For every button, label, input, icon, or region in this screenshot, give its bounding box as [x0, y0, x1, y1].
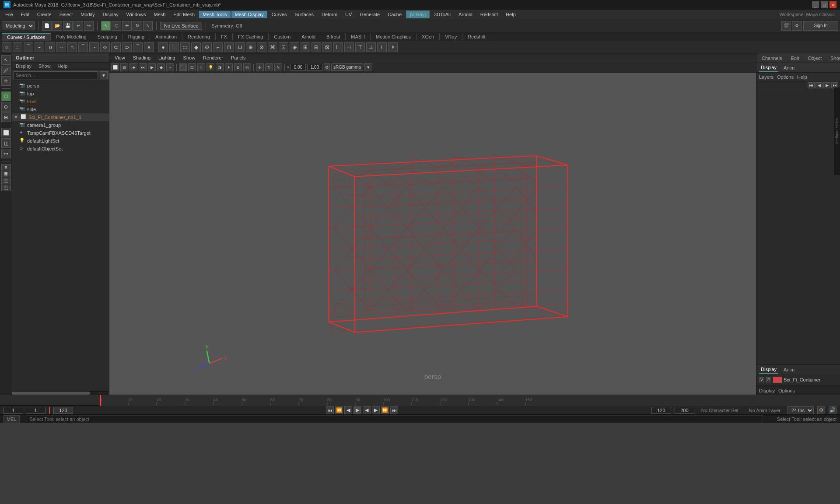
menu-windows[interactable]: Windows	[123, 11, 150, 18]
menu-curves[interactable]: Curves	[268, 11, 290, 18]
vp-show-btn[interactable]: Show	[180, 54, 199, 61]
shelf-surf5[interactable]: ⊗	[257, 42, 266, 52]
shelf-curve12[interactable]: ∧	[144, 42, 154, 52]
ch-nav-prev[interactable]: ◀	[816, 82, 822, 88]
shelf-square[interactable]: □	[13, 42, 22, 52]
list-item[interactable]: ✦ TempCamFBXASCD46Target	[12, 129, 109, 137]
edit-menu-btn[interactable]: Edit	[788, 55, 802, 61]
gamma-input[interactable]	[290, 64, 306, 71]
no-live-surface-button[interactable]: No Live Surface	[160, 22, 202, 30]
vp-tb-isolate[interactable]: ◎	[243, 63, 251, 71]
transform-icon[interactable]: ✛	[1, 76, 11, 86]
grid-icon[interactable]: ⊞	[1, 112, 11, 122]
shelf-curve11[interactable]: ⌒	[133, 42, 143, 52]
vp-tb-key[interactable]: ◆	[157, 63, 165, 71]
tab-curves-surfaces[interactable]: Curves / Surfaces	[2, 33, 51, 41]
vp-tb-prev[interactable]: ⏮	[130, 63, 137, 71]
render-settings-button[interactable]: ⚙	[792, 21, 802, 31]
shelf-surf12[interactable]: ⊢	[333, 42, 343, 52]
menu-vray[interactable]: [V-Ray]	[406, 10, 430, 18]
menu-3dtoall[interactable]: 3DToAll	[430, 11, 454, 18]
shelf-surf11[interactable]: ⊠	[322, 42, 332, 52]
vp-tb-camera[interactable]: ⬜	[111, 63, 119, 71]
vp-tb-anim[interactable]: ~	[166, 63, 174, 71]
current-frame-input[interactable]	[26, 407, 46, 414]
extra-icon3[interactable]: ☰	[1, 178, 11, 184]
tab-xgen[interactable]: XGen	[416, 33, 440, 40]
vp-color-profile-btn[interactable]: ⚙	[324, 63, 330, 71]
tab-animation[interactable]: Animation	[150, 33, 182, 40]
vp-tb-play[interactable]: ▶	[148, 63, 156, 71]
end-frame-display[interactable]	[53, 407, 73, 414]
menu-select[interactable]: Select	[56, 11, 77, 18]
comp-icon[interactable]: ◫	[1, 138, 11, 148]
shelf-curve8[interactable]: ∞	[100, 42, 110, 52]
menu-mesh[interactable]: Mesh	[150, 11, 169, 18]
extra-icon2[interactable]: ≣	[1, 171, 11, 177]
timeline-track[interactable]: 1 10 20 30 40 50 60 70 80 90 1	[0, 395, 840, 406]
vp-view-btn[interactable]: View	[111, 54, 129, 61]
menu-surfaces[interactable]: Surfaces	[291, 11, 317, 18]
shelf-curve3[interactable]: ∪	[46, 42, 55, 52]
pb-prev-button[interactable]: ⏪	[335, 406, 343, 414]
new-button[interactable]: 📄	[42, 21, 52, 31]
shelf-surf16[interactable]: ⊦	[377, 42, 387, 52]
shelf-surf10[interactable]: ⊟	[312, 42, 321, 52]
pb-first-button[interactable]: ⏮	[326, 406, 334, 414]
outliner-help-btn[interactable]: Help	[54, 63, 71, 70]
menu-arnold[interactable]: Arnold	[455, 11, 476, 18]
anim-panel-tab[interactable]: Anim	[782, 366, 796, 374]
vp-panels-btn[interactable]: Panels	[228, 54, 249, 61]
shelf-surf4[interactable]: ⊕	[246, 42, 256, 52]
tab-bifrost[interactable]: Bifrost	[321, 33, 346, 40]
outliner-scrollbar[interactable]	[12, 391, 109, 395]
gain-input[interactable]	[307, 64, 322, 71]
shelf-diamond[interactable]: ◆	[191, 42, 201, 52]
menu-mesh-tools[interactable]: Mesh Tools	[199, 11, 230, 18]
menu-edit-mesh[interactable]: Edit Mesh	[170, 11, 198, 18]
shelf-surf13[interactable]: ⊣	[344, 42, 354, 52]
list-item[interactable]: 📷 camera1_group	[12, 121, 109, 129]
display-panel-tab[interactable]: Display	[759, 365, 778, 374]
fps-select[interactable]: 24 fps	[788, 406, 814, 414]
ch-nav-next[interactable]: ▶	[823, 82, 830, 88]
paint-icon[interactable]: 🖊	[1, 66, 11, 75]
shelf-surf14[interactable]: ⊤	[355, 42, 365, 52]
shelf-curve7[interactable]: ~	[89, 42, 99, 52]
tab-fx-caching[interactable]: FX Caching	[233, 33, 269, 40]
render-button[interactable]: 🎬	[781, 21, 791, 31]
display-tab[interactable]: Display	[759, 64, 778, 72]
sign-in-button[interactable]: Sign In	[803, 21, 838, 31]
list-item[interactable]: 📷 side	[12, 105, 109, 113]
shelf-curve2[interactable]: ⌢	[35, 42, 44, 52]
shelf-curve4[interactable]: ⌣	[56, 42, 66, 52]
vp-tb-smooth[interactable]: ○	[197, 63, 205, 71]
layers-btn[interactable]: Layers	[759, 74, 774, 80]
vp-tb-wire[interactable]: ⊡	[188, 63, 196, 71]
shelf-surf2[interactable]: ⊓	[224, 42, 234, 52]
select-tool-button[interactable]: ↖	[101, 21, 111, 31]
rotate-button[interactable]: ↻	[133, 21, 142, 31]
menu-generate[interactable]: Generate	[356, 11, 383, 18]
outliner-display-btn[interactable]: Display	[12, 63, 35, 70]
redo-button[interactable]: ↪	[84, 21, 94, 31]
menu-deform[interactable]: Deform	[318, 11, 341, 18]
channels-menu-btn[interactable]: Channels	[759, 55, 784, 61]
tab-motion-graphics[interactable]: Motion Graphics	[371, 33, 416, 40]
shelf-sphere[interactable]: ●	[158, 42, 168, 52]
menu-redshift[interactable]: Redshift	[477, 11, 501, 18]
tab-arnold[interactable]: Arnold	[296, 33, 321, 40]
menu-modify[interactable]: Modify	[77, 11, 98, 18]
outliner-scrollbar-thumb[interactable]	[12, 392, 90, 395]
start-frame-input[interactable]	[4, 407, 23, 414]
extra-icon4[interactable]: ☱	[1, 185, 11, 191]
show-menu-btn[interactable]: Show	[828, 55, 840, 61]
pb-play-button[interactable]: ▶	[354, 406, 361, 414]
outliner-search-input[interactable]	[14, 71, 98, 79]
shelf-curve6[interactable]: ⌒	[78, 42, 88, 52]
menu-help[interactable]: Help	[502, 11, 519, 18]
vp-tb-grid[interactable]: ⊞	[120, 63, 128, 71]
pb-step-back-button[interactable]: ◀	[344, 406, 352, 414]
vp-tb-scale[interactable]: ⤡	[274, 63, 282, 71]
shelf-surf1[interactable]: ⌐	[213, 42, 223, 52]
